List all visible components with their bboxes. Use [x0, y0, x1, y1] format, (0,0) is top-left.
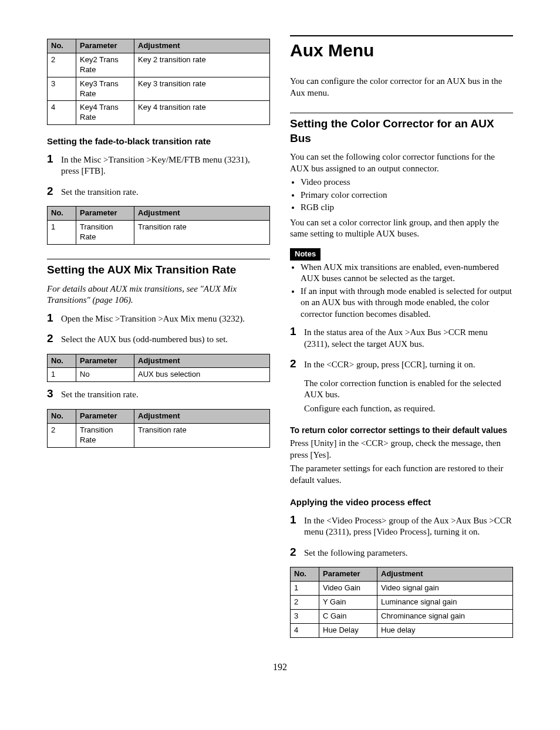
- step-number: 2: [47, 333, 61, 345]
- step-number: 2: [290, 546, 304, 559]
- step-number: 1: [47, 312, 61, 325]
- step-text: Configure each function, as required.: [304, 403, 513, 415]
- ftb-table: No. Parameter Adjustment 1 Transition Ra…: [47, 206, 270, 245]
- list-item: RGB clip: [301, 202, 513, 214]
- aux-bus-table: No. Parameter Adjustment 1 No AUX bus se…: [47, 354, 270, 383]
- step-text: Open the Misc >Transition >Aux Mix menu …: [61, 313, 270, 325]
- ccr-intro: You can set the following color correcto…: [290, 151, 513, 174]
- table-row: 2 Transition Rate Transition rate: [48, 423, 270, 447]
- step-text: In the status area of the Aux >Aux Bus >…: [304, 327, 513, 350]
- th-param: Parameter: [76, 39, 134, 53]
- step-number: 1: [47, 153, 61, 165]
- table-row: 2 Key2 Trans Rate Key 2 transition rate: [48, 53, 270, 77]
- step-text: Set the transition rate.: [61, 389, 270, 401]
- aux-rate-table: No. Parameter Adjustment 2 Transition Ra…: [47, 409, 270, 448]
- table-row: 1 Transition Rate Transition rate: [48, 221, 270, 245]
- table-row: 1 No AUX bus selection: [48, 368, 270, 382]
- heading-ftb: Setting the fade-to-black transition rat…: [47, 136, 270, 147]
- step-number: 2: [47, 185, 61, 198]
- step-1: 1 In the Misc >Transition >Key/ME/FTB me…: [47, 153, 270, 180]
- step-number: 3: [47, 388, 61, 400]
- step-text: Set the following parameters.: [304, 548, 513, 559]
- table-row: 2 Y Gain Luminance signal gain: [291, 596, 513, 610]
- step-text: In the Misc >Transition >Key/ME/FTB menu…: [61, 154, 270, 177]
- step-1: 1 Open the Misc >Transition >Aux Mix men…: [47, 312, 270, 327]
- step-3: 3 Set the transition rate.: [47, 388, 270, 403]
- step-text: In the <Video Process> group of the Aux …: [304, 515, 513, 538]
- return-text: The parameter settings for each function…: [290, 463, 513, 486]
- step-2: 2 Set the transition rate.: [47, 185, 270, 201]
- heading-return-defaults: To return color corrector settings to th…: [290, 425, 513, 435]
- table-row: 1 Video Gain Video signal gain: [291, 582, 513, 596]
- step-text: In the <CCR> group, press [CCR], turning…: [304, 359, 513, 371]
- page-title: Aux Menu: [290, 35, 513, 62]
- th-no: No.: [48, 39, 76, 53]
- table-row: 3 Key3 Trans Rate Key 3 transition rate: [48, 77, 270, 101]
- video-process-table: No. Parameter Adjustment 1 Video Gain Vi…: [290, 567, 513, 637]
- step-text: The color correction function is enabled…: [304, 378, 513, 401]
- step-1: 1 In the status area of the Aux >Aux Bus…: [290, 326, 513, 352]
- table-row: 3 C Gain Chrominance signal gain: [291, 610, 513, 624]
- step-number: 1: [290, 514, 304, 526]
- list-item: If an input with through mode enabled is…: [301, 286, 513, 320]
- list-item: Primary color correction: [301, 190, 513, 201]
- heading-aux-mix: Setting the AUX Mix Transition Rate: [47, 259, 270, 278]
- list-item: When AUX mix transitions are enabled, ev…: [301, 262, 513, 285]
- notes-label: Notes: [290, 248, 321, 261]
- page-number: 192: [47, 661, 513, 674]
- notes-list: When AUX mix transitions are enabled, ev…: [290, 262, 513, 320]
- step-2: 2 In the <CCR> group, press [CCR], turni…: [290, 358, 513, 417]
- step-2: 2 Set the following parameters.: [290, 546, 513, 562]
- ccr-link-text: You can set a color corrector link group…: [290, 217, 513, 240]
- left-column: No. Parameter Adjustment 2 Key2 Trans Ra…: [47, 35, 270, 644]
- step-text: Select the AUX bus (odd-numbered bus) to…: [61, 334, 270, 346]
- aux-mix-note: For details about AUX mix transitions, s…: [47, 283, 270, 306]
- th-adj: Adjustment: [134, 39, 270, 53]
- heading-ccr: Setting the Color Corrector for an AUX B…: [290, 113, 513, 146]
- ccr-func-list: Video process Primary color correction R…: [290, 177, 513, 214]
- step-number: 1: [290, 326, 304, 338]
- step-2: 2 Select the AUX bus (odd-numbered bus) …: [47, 333, 270, 348]
- right-column: Aux Menu You can configure the color cor…: [290, 35, 513, 644]
- list-item: Video process: [301, 177, 513, 188]
- return-text: Press [Unity] in the <CCR> group, check …: [290, 438, 513, 461]
- step-number: 2: [290, 358, 304, 370]
- step-text: Set the transition rate.: [61, 187, 270, 198]
- heading-video-process: Applying the video process effect: [290, 496, 513, 508]
- step-1: 1 In the <Video Process> group of the Au…: [290, 514, 513, 540]
- table-row: 4 Key4 Trans Rate Key 4 transition rate: [48, 101, 270, 125]
- table-row: 4 Hue Delay Hue delay: [291, 624, 513, 638]
- key-trans-table: No. Parameter Adjustment 2 Key2 Trans Ra…: [47, 39, 270, 125]
- intro-text: You can configure the color corrector fo…: [290, 76, 513, 99]
